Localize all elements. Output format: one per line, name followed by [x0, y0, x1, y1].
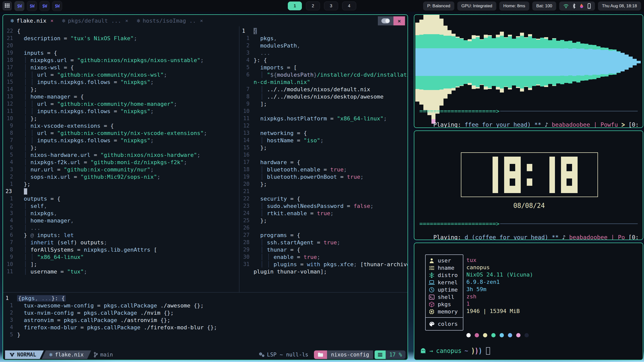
terminal-cursor: [486, 347, 490, 355]
tag-button-4[interactable]: 4: [342, 2, 356, 10]
code-line: 12: [239, 122, 408, 129]
spectrum-column: [444, 26, 448, 99]
spectrum-column: [415, 23, 419, 102]
spectrum-column: [512, 39, 516, 85]
line-number: 4: [3, 159, 17, 166]
status-pills: P: BalancedGPU: IntegratedHome: 8msBat: …: [423, 2, 556, 11]
spectrum-column: [419, 20, 423, 105]
fetch-row-distro: distro: [426, 272, 463, 279]
spectrum-column: [576, 42, 580, 82]
spectrum-column: [464, 40, 468, 84]
tab-flake-nix[interactable]: ❄flake.nix×: [11, 18, 54, 24]
line-number: 25: [239, 217, 254, 224]
fetch-label: user: [438, 257, 451, 264]
project-label: nixos-config: [331, 352, 369, 358]
spectrum-column: [600, 48, 605, 77]
line-number: 2: [3, 309, 17, 316]
line-number: 3: [3, 316, 17, 324]
workspace-button-2[interactable]: $W: [27, 1, 37, 11]
toggle-button[interactable]: [378, 16, 393, 25]
fetch-value-kernel: 6.9.8-zen1: [466, 278, 533, 286]
wifi-icon[interactable]: [563, 4, 569, 9]
workspace-button-4[interactable]: $W: [52, 1, 62, 11]
code-line: 2 │ sops-nix.url = "github:Mic92/sops-ni…: [3, 173, 239, 180]
statusline: NORMAL ❄ flake.nix main L: [3, 350, 408, 360]
color-dot-2: [475, 333, 479, 337]
flame-icon[interactable]: [579, 3, 584, 9]
line-number: 12: [239, 122, 254, 129]
uptime-icon: [429, 287, 435, 293]
tag-button-2[interactable]: 2: [306, 2, 320, 10]
spectrum-column: [439, 19, 444, 106]
code-pane-flake[interactable]: 22{21 description = "tux's NixOS Flake";…: [3, 26, 239, 292]
cava-visualizer-window: ======================> Playing: ffee fo…: [414, 14, 643, 128]
spectrum-column: [584, 44, 588, 80]
code-line: 6 } @ inputs: let: [3, 232, 239, 239]
code-line: 17 hardware = {: [239, 159, 408, 166]
fetch-label: hname: [438, 265, 454, 271]
line-number: 6: [3, 232, 17, 239]
line-number: 7: [239, 86, 254, 93]
user-icon: [429, 258, 435, 263]
code-line: 16: [239, 151, 408, 159]
spectrum-column: [621, 53, 625, 71]
status-pill-4: Bat: 100: [532, 2, 556, 11]
status-pill-2: GPU: Integrated: [457, 2, 496, 11]
clock-digit: [538, 157, 555, 193]
tab-close-icon[interactable]: ×: [200, 18, 203, 24]
nix-snowflake-icon: ❄: [49, 352, 53, 358]
code-line: 15 │ │ inputs.nixpkgs.follows = "nixpkgs…: [3, 78, 239, 86]
workspace-button-3[interactable]: $W: [39, 1, 50, 11]
fetch-row-kernel: kernel: [426, 279, 463, 286]
colors-row: colors: [426, 320, 463, 328]
line-number: 31: [239, 261, 254, 268]
code-line: 20: [3, 42, 239, 49]
bluetooth-icon[interactable]: [572, 3, 576, 9]
packages-icon: [429, 302, 435, 307]
lsp-status: LSP ~ null-ls: [258, 352, 308, 358]
playing-label-2: Playing:: [433, 234, 465, 240]
prompt-host: canopus: [436, 347, 461, 354]
tab-close-icon[interactable]: ×: [125, 18, 128, 24]
line-number: 12: [3, 100, 17, 108]
workspace-button-1[interactable]: $W: [14, 1, 24, 11]
tag-button-3[interactable]: 3: [324, 2, 338, 10]
grid-icon: [5, 3, 10, 9]
line-number: 3: [3, 210, 17, 217]
app-launcher-icon[interactable]: [3, 1, 12, 11]
spectrum-column: [613, 50, 617, 75]
spectrum-column: [504, 37, 508, 87]
split-separator[interactable]: [3, 292, 408, 293]
branch-label: main: [100, 352, 113, 358]
fetch-row-hname: hname: [426, 264, 463, 272]
spectrum-column: [452, 34, 456, 90]
tab-label: pkgs/default ...: [68, 18, 121, 24]
line-number: 28: [239, 239, 254, 246]
status-pill-1: P: Balanced: [423, 2, 454, 11]
close-window-button[interactable]: ×: [393, 16, 405, 25]
line-number: 18: [3, 57, 17, 64]
code-pane-iso[interactable]: 1{1 pkgs,2 modulesPath,3 ...4}: {5 impor…: [239, 26, 408, 292]
line-number: 5: [3, 331, 17, 338]
code-line: 19 │ bluetooth.powerOnBoot = true;: [239, 173, 408, 180]
prompt-chevron-icon: ): [478, 347, 482, 355]
code-line: 25 };: [239, 217, 408, 224]
code-pane-pkgs[interactable]: 1{pkgs, ...}: {1 tux-awesome-wm-config =…: [3, 294, 408, 338]
kernel-icon: [429, 280, 435, 285]
spectrum-column: [605, 48, 609, 76]
line-number: 16: [239, 151, 254, 159]
color-dot-1: [466, 333, 471, 337]
tab-label: flake.nix: [16, 18, 46, 24]
nix-snowflake-icon: ❄: [11, 18, 14, 24]
fetch-label: shell: [438, 294, 454, 300]
line-number: 20: [3, 42, 17, 49]
tag-button-1[interactable]: 1: [288, 2, 302, 10]
tab-pkgs-default-[interactable]: ❄pkgs/default ...×: [62, 18, 128, 24]
spectrum-column: [516, 36, 520, 88]
shell-prompt[interactable]: → canopus ~ ))): [420, 347, 490, 355]
phone-icon[interactable]: [587, 3, 591, 9]
code-line: 29 │ thunar = {: [239, 246, 408, 253]
clock-digit: [504, 157, 521, 193]
tab-close-icon[interactable]: ×: [50, 18, 53, 24]
tab-hosts-isoImag-[interactable]: ❄hosts/isoImag ..×: [137, 18, 203, 24]
